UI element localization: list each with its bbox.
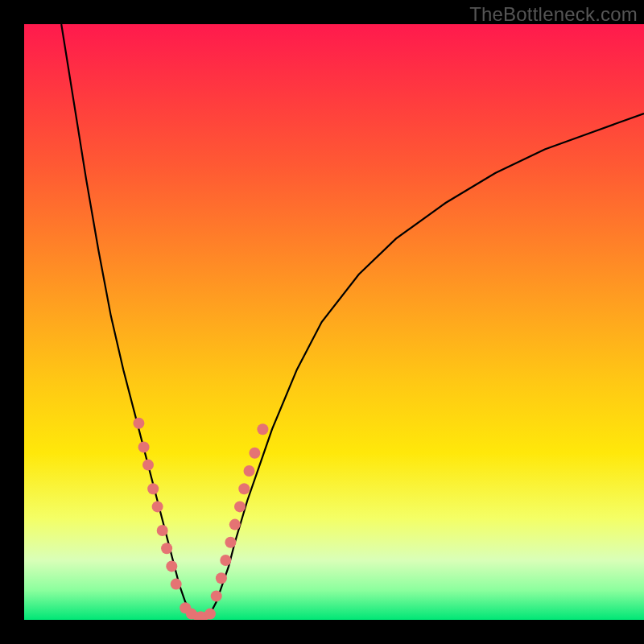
data-marker	[142, 460, 154, 471]
data-marker	[171, 579, 182, 590]
data-marker	[204, 609, 216, 620]
data-marker	[234, 501, 246, 512]
plot-area	[24, 24, 644, 620]
watermark-text: TheBottleneck.com	[469, 3, 638, 26]
data-marker	[147, 483, 159, 494]
data-marker	[229, 519, 241, 530]
data-marker	[133, 418, 144, 429]
right-markers	[211, 423, 269, 601]
left-branch-path	[61, 24, 192, 614]
data-marker	[257, 423, 268, 435]
data-marker	[157, 525, 168, 536]
data-marker	[220, 555, 231, 566]
data-marker	[225, 537, 236, 548]
data-marker	[161, 543, 172, 554]
data-marker	[216, 572, 227, 584]
data-marker	[166, 560, 177, 572]
curve-layer	[24, 24, 644, 620]
data-marker	[244, 465, 255, 477]
data-marker	[249, 448, 260, 459]
data-marker	[152, 501, 163, 512]
data-marker	[138, 441, 150, 452]
left-markers	[133, 418, 181, 590]
right-branch-path	[210, 114, 644, 614]
chart-frame: TheBottleneck.com	[0, 0, 644, 644]
data-marker	[211, 590, 222, 601]
data-marker	[238, 483, 250, 494]
floor-markers	[180, 602, 216, 620]
